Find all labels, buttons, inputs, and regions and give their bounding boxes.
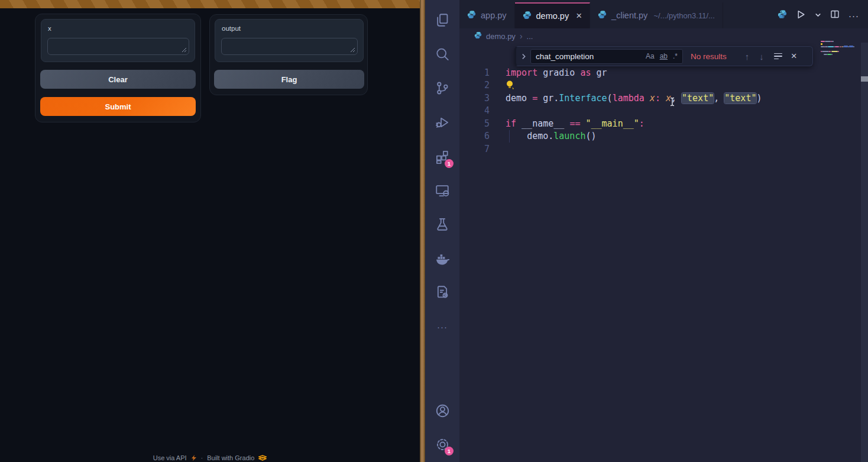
input-label: x [48,25,51,32]
find-query-text[interactable]: chat_completion [536,52,640,61]
output-block: output [215,19,364,62]
breadcrumb-separator: › [520,31,523,41]
code-editor[interactable]: 1import gradio as gr23demo = gr.Interfac… [459,44,868,462]
source-control-icon[interactable] [434,80,451,96]
gradio-input-column: x Clear Submit [35,14,201,122]
activity-bar: 1 ··· 1 [425,0,459,462]
breadcrumb-file[interactable]: demo.py [486,32,516,41]
tab-_client-py[interactable]: _client.py~/.../python3.11/... [590,2,723,28]
find-results-status: No results [691,52,727,61]
explorer-icon[interactable] [434,12,451,28]
next-match-icon[interactable]: ↓ [759,51,764,62]
text-cursor-pointer [669,97,675,106]
settings-gear-icon[interactable]: 1 [434,436,451,453]
breadcrumb: demo.py › ... [459,28,868,44]
footer-separator: · [201,454,203,461]
run-file-button[interactable] [796,9,806,22]
resize-handle-icon[interactable] [182,47,187,53]
editor-group: app.pydemo.py×_client.py~/.../python3.11… [459,0,868,462]
find-in-selection-icon[interactable] [774,53,782,60]
gradio-footer: Use via API · Built with Gradio [0,454,420,461]
api-lightning-icon [191,455,197,461]
input-textarea[interactable] [47,38,189,55]
gradio-browser-window: x Clear Submit output Flag Use via API ·… [0,0,420,462]
python-file-icon [467,10,476,21]
testing-icon[interactable] [434,216,451,232]
gradio-output-column: output Flag [209,14,368,95]
output-label: output [222,25,241,32]
line-number: 5 [459,118,490,129]
code-line-4[interactable]: 4 [459,105,856,118]
line-number: 2 [459,80,490,91]
remote-explorer-icon[interactable] [434,182,451,199]
regex-icon[interactable]: .* [673,52,678,60]
line-number: 1 [459,67,490,78]
previous-match-icon[interactable]: ↑ [745,51,750,62]
code-text: demo = gr.Interface(lambda x: x, "text",… [490,93,762,104]
docker-icon[interactable] [434,250,451,267]
minimap[interactable] [821,40,857,58]
input-block: x [41,19,195,62]
tab-demo-py[interactable]: demo.py× [515,2,591,28]
line-number: 6 [459,131,490,141]
scrollbar-track[interactable] [861,43,868,462]
code-line-1[interactable]: 1import gradio as gr [459,66,856,79]
search-icon[interactable] [434,46,451,63]
run-debug-icon[interactable] [434,114,451,131]
vscode-window: 1 ··· 1 app.pydemo.py×_client.py~/.../py… [425,0,868,462]
line-number: 4 [459,105,490,116]
python-file-icon [474,31,482,41]
built-with-gradio-link[interactable]: Built with Gradio [207,454,254,461]
tab-bar: app.pydemo.py×_client.py~/.../python3.11… [459,0,868,28]
code-line-2[interactable]: 2 [459,79,856,92]
split-editor-icon[interactable] [830,9,840,21]
settings-badge: 1 [445,447,454,455]
extensions-badge: 1 [445,159,454,168]
close-tab-icon[interactable]: × [576,10,582,22]
code-text: demo.launch() [490,131,597,141]
extensions-icon[interactable]: 1 [434,148,451,165]
line-number: 7 [459,144,490,154]
submit-button[interactable]: Submit [40,97,196,116]
cmake-tools-icon[interactable] [434,284,451,301]
match-case-icon[interactable]: Aa [646,52,655,60]
code-text [490,80,514,91]
run-dropdown-chevron-icon[interactable] [815,10,821,21]
more-actions-icon[interactable]: ··· [434,318,451,335]
code-line-7[interactable]: 7 [459,143,856,156]
more-editor-actions-icon[interactable]: ··· [848,11,859,21]
find-widget: chat_completion Aa ab .* No results ↑ ↓ … [514,46,813,66]
breadcrumb-symbol[interactable]: ... [527,32,533,41]
code-line-6[interactable]: 6 demo.launch() [459,130,856,143]
window-edge-divider [420,0,425,462]
python-interpreter-icon[interactable] [778,9,787,21]
clear-button[interactable]: Clear [40,70,196,89]
output-textarea[interactable] [221,38,358,55]
code-line-3[interactable]: 3demo = gr.Interface(lambda x: x, "text"… [459,92,856,105]
flag-button[interactable]: Flag [214,70,364,89]
use-via-api-link[interactable]: Use via API [153,454,187,461]
find-input[interactable]: chat_completion Aa ab .* [530,49,683,64]
tab-app-py[interactable]: app.py [459,2,515,28]
code-line-5[interactable]: 5if __name__ == "__main__": [459,117,856,130]
browser-striped-titlebar [0,0,420,8]
python-file-icon [523,11,532,21]
resize-handle-icon[interactable] [350,47,355,53]
line-number: 3 [459,93,490,104]
minimap-line [821,56,857,58]
gradio-logo-icon [258,455,267,461]
code-text: import gradio as gr [490,67,607,78]
python-file-icon [598,10,607,21]
accounts-icon[interactable] [434,402,451,419]
whole-word-icon[interactable]: ab [660,52,668,60]
close-find-icon[interactable]: × [791,50,797,62]
overview-ruler-cursor-marker [861,76,868,82]
indent-guide [509,130,510,143]
code-text: if __name__ == "__main__": [490,118,644,129]
editor-actions: ··· [778,2,868,28]
toggle-replace-chevron-icon[interactable] [516,53,530,60]
